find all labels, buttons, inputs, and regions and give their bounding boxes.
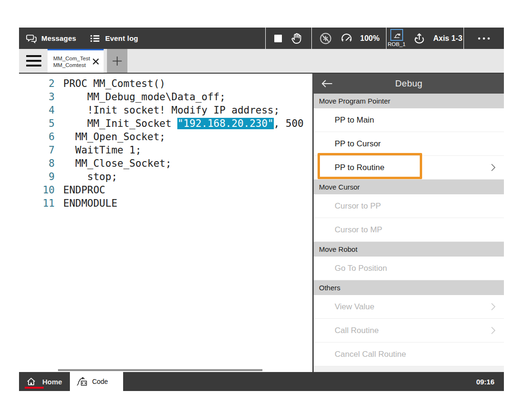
module-name: MM_Com_Test [53, 55, 91, 62]
code-line-6[interactable]: 6 MM_Open_Socket; [19, 130, 312, 143]
code-text: ENDMODULE [55, 197, 117, 210]
chevron-right-icon [489, 302, 497, 311]
selected-token[interactable]: "192.168.20.230" [177, 118, 273, 129]
menu-item-label: Cursor to PP [335, 201, 497, 211]
debug-item-go-to-position: Go To Position [314, 257, 504, 280]
code-text: !Init socket! Modify IP address; [55, 104, 280, 117]
chevron-right-icon [489, 163, 497, 172]
event-log-label: Event log [105, 34, 138, 42]
jog-axis-icon[interactable] [412, 31, 426, 46]
code-text: ENDPROC [55, 183, 106, 197]
bottom-task-bar: Home Code 09:16 [19, 372, 504, 391]
more-menu-button[interactable] [475, 33, 492, 44]
section-header-others: Others [314, 280, 504, 295]
debug-item-view-value: View Value [314, 295, 504, 319]
code-tab-button[interactable]: Code [70, 372, 123, 391]
menu-item-label: Go To Position [335, 264, 497, 273]
code-text: WaitTime 1; [55, 143, 141, 157]
messages-icon [26, 33, 37, 44]
event-log-icon [89, 33, 101, 44]
file-tab-label: MM_Com_Test MM_Comtest [53, 55, 91, 68]
clock: 09:16 [476, 378, 504, 386]
partial-next-row [314, 366, 504, 372]
menu-item-label: Cancel Call Routine [335, 350, 497, 359]
run-control-group [265, 28, 311, 49]
home-icon [26, 376, 37, 387]
routine-name: MM_Comtest [53, 62, 91, 68]
code-line-10[interactable]: 10ENDPROC [19, 183, 312, 197]
code-line-8[interactable]: 8 MM_Close_Socket; [19, 157, 312, 170]
debug-item-cursor-to-pp: Cursor to PP [314, 194, 504, 218]
code-text: MM_Close_Socket; [55, 157, 172, 170]
menu-item-label: PP to Cursor [335, 139, 497, 149]
section-header-move-cursor: Move Cursor [314, 180, 504, 194]
code-line-5[interactable]: 5 MM_Init_Socket "192.168.20.230", 500 [19, 117, 312, 130]
line-number: 10 [19, 183, 55, 197]
debug-item-cancel-call-routine: Cancel Call Routine [314, 343, 504, 366]
robot-icon [390, 29, 403, 41]
document-tab-bar: MM_Com_Test MM_Comtest [19, 49, 504, 74]
debug-panel-header: Debug [314, 74, 504, 94]
more-menu-group [463, 28, 504, 49]
debug-item-pp-to-main[interactable]: PP to Main [314, 108, 504, 132]
debug-item-cursor-to-mp: Cursor to MP [314, 218, 504, 242]
debug-item-pp-to-routine[interactable]: PP to Routine [314, 156, 504, 180]
code-text: MM_Init_Socket "192.168.20.230", 500 [55, 117, 304, 130]
home-active-indicator [25, 387, 44, 389]
code-text: MM_Open_Socket; [55, 130, 165, 143]
debug-panel: Debug Move Program PointerPP to MainPP t… [312, 74, 504, 372]
event-log-button[interactable]: Event log [83, 28, 145, 49]
axis-label: Axis 1-3 [433, 34, 462, 43]
line-number: 4 [19, 104, 55, 117]
robot-label: ROB_1 [387, 42, 405, 48]
code-tab-label: Code [92, 378, 108, 385]
stop-button[interactable] [273, 33, 283, 44]
debug-item-call-routine: Call Routine [314, 319, 504, 343]
home-button[interactable]: Home [19, 372, 70, 391]
code-line-9[interactable]: 9 stop; [19, 170, 312, 183]
home-label: Home [42, 378, 62, 386]
close-tab-icon[interactable] [91, 57, 100, 66]
code-line-11[interactable]: 11ENDMODULE [19, 197, 312, 210]
code-line-3[interactable]: 3 MM_Debug_mode\Data_off; [19, 90, 312, 104]
messages-button[interactable]: Messages [19, 28, 83, 49]
messages-label: Messages [41, 34, 76, 42]
code-text: MM_Debug_mode\Data_off; [55, 90, 225, 104]
app-window: Messages Event log [19, 28, 504, 391]
code-line-2[interactable]: 2PROC MM_Comtest() [19, 77, 312, 90]
debug-item-pp-to-cursor[interactable]: PP to Cursor [314, 132, 504, 156]
menu-item-label: Call Routine [335, 326, 489, 335]
file-tab[interactable]: MM_Com_Test MM_Comtest [48, 49, 104, 73]
active-robot-indicator[interactable]: ROB_1 [387, 29, 405, 48]
manual-mode-hand-icon[interactable] [290, 32, 304, 45]
line-number: 3 [19, 90, 55, 104]
speed-gauge-icon[interactable] [339, 32, 354, 45]
code-text: PROC MM_Comtest() [55, 77, 165, 90]
menu-item-label: Cursor to MP [335, 225, 497, 235]
mechanical-unit-group: ROB_1 Axis 1-3 [386, 28, 463, 49]
line-number: 9 [19, 170, 55, 183]
top-status-bar: Messages Event log [19, 28, 504, 49]
code-line-7[interactable]: 7 WaitTime 1; [19, 143, 312, 157]
panel-title: Debug [395, 78, 423, 89]
code-line-4[interactable]: 4 !Init socket! Modify IP address; [19, 104, 312, 117]
menu-item-label: View Value [335, 302, 489, 312]
horizontal-scrollbar[interactable] [58, 369, 262, 371]
menu-hamburger-button[interactable] [26, 55, 41, 67]
line-number: 5 [19, 117, 55, 130]
line-number: 2 [19, 77, 55, 90]
line-number: 8 [19, 157, 55, 170]
line-number: 6 [19, 130, 55, 143]
menu-item-label: PP to Main [335, 115, 497, 125]
back-arrow-button[interactable] [320, 77, 334, 90]
line-number: 7 [19, 143, 55, 157]
code-editor[interactable]: 2PROC MM_Comtest()3 MM_Debug_mode\Data_o… [19, 74, 312, 372]
chevron-right-icon [489, 326, 497, 335]
quickset-cluster: 100% ROB_1 [265, 28, 504, 49]
new-tab-button[interactable] [107, 49, 127, 73]
section-header-move-program-pointer: Move Program Pointer [314, 94, 504, 108]
menu-item-label: PP to Routine [335, 163, 489, 172]
motors-off-icon[interactable] [319, 31, 333, 46]
motor-speed-group: 100% [311, 28, 386, 49]
code-text: stop; [55, 170, 117, 183]
